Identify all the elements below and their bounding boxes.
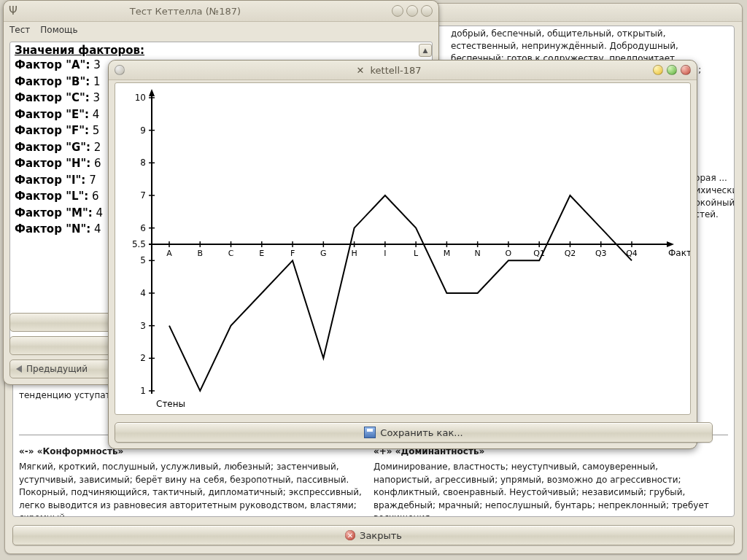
factor-value: 2 <box>90 141 101 154</box>
factor-list-heading: Значения факторов: <box>10 42 432 57</box>
menubar: Тест Помощь <box>4 22 438 38</box>
minimize-button[interactable] <box>392 5 403 17</box>
save-as-label: Сохранить как... <box>380 427 462 438</box>
factor-value: 3 <box>90 58 100 71</box>
svg-text:F: F <box>290 249 295 258</box>
factor-name: Фактор "H": <box>15 157 90 170</box>
factor-name: Фактор "L": <box>15 190 88 203</box>
factor-value: 4 <box>90 222 101 236</box>
svg-text:10: 10 <box>135 93 146 103</box>
factor-value: 6 <box>90 157 101 170</box>
svg-text:Q3: Q3 <box>595 249 607 258</box>
menu-test[interactable]: Тест <box>9 25 30 35</box>
app-icon: Ψ <box>4 4 23 18</box>
svg-text:I: I <box>384 249 386 258</box>
svg-text:C: C <box>228 249 234 258</box>
svg-text:M: M <box>444 249 451 258</box>
factor-value: 1 <box>90 75 100 88</box>
svg-marker-1 <box>149 89 155 96</box>
chart-canvas: 123455.5678910ABCEFGHILMNOQ1Q2Q3Q4Фактор… <box>115 82 691 415</box>
svg-text:A: A <box>166 249 172 258</box>
factor-name: Фактор "M": <box>15 206 93 219</box>
svg-text:H: H <box>351 249 357 258</box>
svg-text:1: 1 <box>140 386 146 396</box>
svg-text:Фактор: Фактор <box>668 248 690 258</box>
factor-name: Фактор "B": <box>15 75 90 88</box>
svg-text:Q2: Q2 <box>565 249 576 258</box>
svg-text:E: E <box>259 249 264 258</box>
minimize-button[interactable] <box>653 65 663 75</box>
svg-text:6: 6 <box>140 223 146 233</box>
svg-text:2: 2 <box>140 353 146 363</box>
svg-text:9: 9 <box>140 125 146 136</box>
svg-text:8: 8 <box>140 158 146 168</box>
factor-name: Фактор "N": <box>15 222 90 236</box>
factor-value: 7 <box>85 174 96 187</box>
factor-value: 4 <box>89 108 99 121</box>
factor-value: 6 <box>88 190 98 203</box>
zoom-button[interactable] <box>667 65 677 75</box>
factor-value: 3 <box>90 91 100 104</box>
menu-help[interactable]: Помощь <box>40 25 77 35</box>
close-button[interactable] <box>681 65 691 75</box>
right-col-body: Доминирование, властность; неуступчивый,… <box>374 461 719 517</box>
svg-text:O: O <box>506 249 512 258</box>
x11-icon: ✕ <box>356 65 364 76</box>
close-button-label: Закрыть <box>360 530 402 541</box>
chart-titlebar[interactable]: ✕ kettell-187 <box>109 61 697 80</box>
svg-text:5: 5 <box>140 255 146 265</box>
svg-text:B: B <box>197 249 203 258</box>
factor-list-titlebar[interactable]: Ψ Тест Кеттелла (№187) <box>4 1 438 22</box>
save-icon <box>364 427 376 438</box>
svg-text:L: L <box>414 249 419 258</box>
window-menu-button[interactable] <box>115 65 125 75</box>
svg-marker-3 <box>667 241 674 247</box>
chart-window: ✕ kettell-187 123455.5678910ABCEFGHILMNO… <box>108 60 697 449</box>
factor-name: Фактор "G": <box>15 141 90 154</box>
close-window-button[interactable] <box>421 5 433 17</box>
save-as-button[interactable]: Сохранить как... <box>115 422 713 443</box>
svg-text:Стены: Стены <box>156 399 185 409</box>
left-col-body: Мягкий, кроткий, послушный, услужливый, … <box>19 461 365 517</box>
close-button[interactable]: ✕ Закрыть <box>12 525 735 545</box>
svg-text:3: 3 <box>140 321 146 331</box>
previous-button-label: Предыдущий <box>26 364 88 374</box>
maximize-button[interactable] <box>406 5 418 17</box>
factor-name: Фактор "F": <box>15 124 89 137</box>
factor-value: 4 <box>93 206 103 219</box>
factor-name: Фактор "E": <box>15 108 89 121</box>
factor-list-title: Тест Кеттелла (№187) <box>23 6 392 17</box>
close-icon: ✕ <box>345 530 355 540</box>
chart-window-title: kettell-187 <box>371 65 422 76</box>
svg-text:7: 7 <box>140 190 146 201</box>
svg-text:N: N <box>475 249 481 258</box>
svg-text:G: G <box>320 249 327 258</box>
previous-button[interactable]: Предыдущий <box>9 359 120 378</box>
svg-text:4: 4 <box>140 288 146 298</box>
factor-name: Фактор "I": <box>15 174 85 187</box>
factor-value: 5 <box>89 124 99 137</box>
factor-name: Фактор "A": <box>15 58 90 71</box>
svg-text:5.5: 5.5 <box>132 239 146 249</box>
scroll-up-button[interactable]: ▲ <box>419 44 432 57</box>
factor-name: Фактор "C": <box>15 91 90 104</box>
arrow-left-icon <box>16 365 22 373</box>
